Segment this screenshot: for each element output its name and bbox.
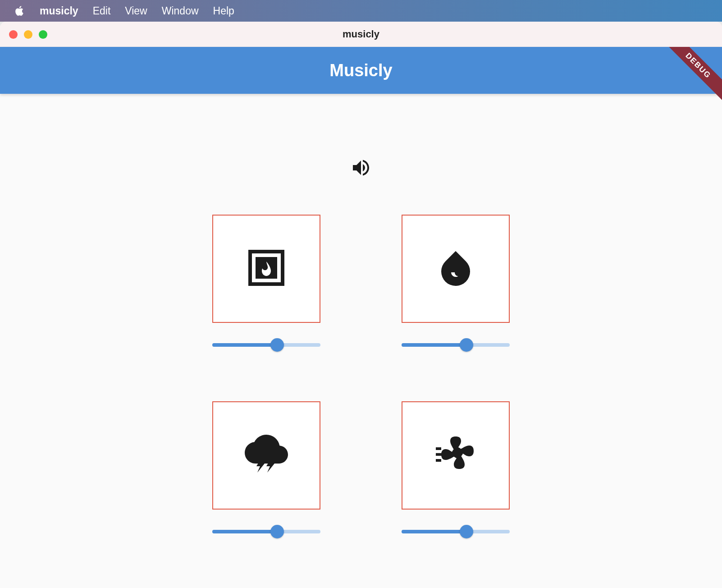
slider-fill xyxy=(212,530,277,533)
menubar-item-view[interactable]: View xyxy=(125,5,147,17)
sound-cell-fan xyxy=(402,401,510,538)
slider-track xyxy=(212,343,320,347)
master-volume-button[interactable] xyxy=(350,157,372,179)
slider-fill xyxy=(402,343,466,347)
slider-thumb[interactable] xyxy=(460,338,473,352)
volume-slider-fan[interactable] xyxy=(402,525,510,538)
sound-tile-thunderstorm[interactable] xyxy=(212,401,320,510)
slider-fill xyxy=(402,530,466,533)
main-content xyxy=(0,94,722,588)
svg-rect-1 xyxy=(436,453,445,456)
menubar-item-edit[interactable]: Edit xyxy=(93,5,111,17)
traffic-lights xyxy=(0,30,47,39)
fan-icon xyxy=(434,433,477,478)
sound-cell-thunderstorm xyxy=(212,401,320,538)
sound-tile-fireplace[interactable] xyxy=(212,215,320,323)
volume-slider-thunderstorm[interactable] xyxy=(212,525,320,538)
slider-thumb[interactable] xyxy=(460,525,473,538)
slider-track xyxy=(402,530,510,533)
volume-up-icon xyxy=(350,172,372,180)
slider-thumb[interactable] xyxy=(270,525,284,538)
water-drop-icon xyxy=(434,246,477,291)
fullscreen-window-button[interactable] xyxy=(39,30,47,39)
menubar-item-window[interactable]: Window xyxy=(162,5,199,17)
menubar-app-name[interactable]: musicly xyxy=(40,5,78,17)
slider-track xyxy=(212,530,320,533)
sound-cell-fireplace xyxy=(212,215,320,352)
thunderstorm-icon xyxy=(245,433,288,478)
sound-grid xyxy=(212,215,510,538)
volume-slider-fireplace[interactable] xyxy=(212,338,320,352)
sound-tile-fan[interactable] xyxy=(402,401,510,510)
window-title: musicly xyxy=(0,28,722,40)
macos-menubar: musicly Edit View Window Help xyxy=(0,0,722,22)
app-bar-title: Musicly xyxy=(329,61,392,80)
volume-slider-water[interactable] xyxy=(402,338,510,352)
window-titlebar: musicly xyxy=(0,22,722,47)
slider-thumb[interactable] xyxy=(270,338,284,352)
slider-fill xyxy=(212,343,277,347)
slider-track xyxy=(402,343,510,347)
sound-cell-water xyxy=(402,215,510,352)
minimize-window-button[interactable] xyxy=(24,30,32,39)
menubar-item-help[interactable]: Help xyxy=(213,5,234,17)
svg-rect-2 xyxy=(436,459,441,462)
fireplace-icon xyxy=(245,246,288,291)
close-window-button[interactable] xyxy=(9,30,18,39)
svg-rect-0 xyxy=(436,447,441,450)
apple-logo-icon[interactable] xyxy=(14,5,25,17)
sound-tile-water[interactable] xyxy=(402,215,510,323)
app-window: musicly Musicly DEBUG xyxy=(0,22,722,588)
app-bar: Musicly DEBUG xyxy=(0,47,722,94)
